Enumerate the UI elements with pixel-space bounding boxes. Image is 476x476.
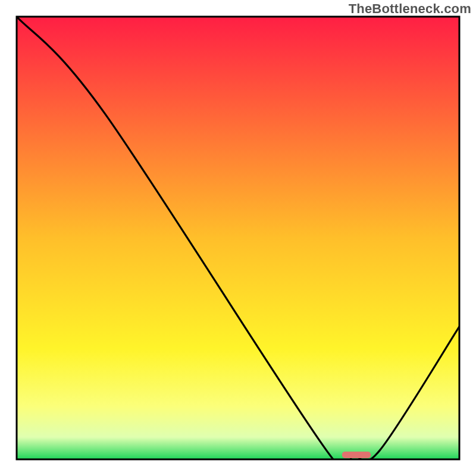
watermark-text: TheBottleneck.com (349, 1, 471, 17)
chart-svg (0, 0, 476, 476)
bottleneck-chart: TheBottleneck.com (0, 0, 476, 476)
optimal-marker (342, 452, 371, 458)
